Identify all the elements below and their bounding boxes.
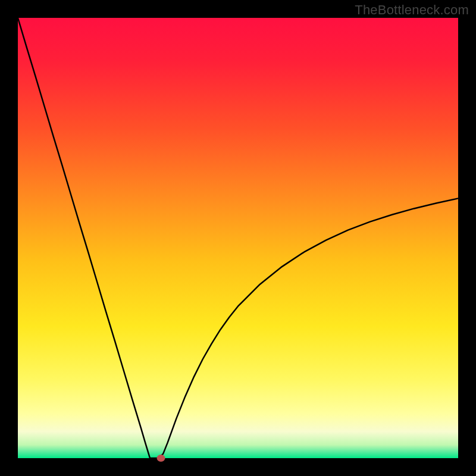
optimal-point-marker — [157, 455, 165, 462]
watermark-text: TheBottleneck.com — [355, 2, 469, 18]
bottleneck-chart: TheBottleneck.com — [0, 0, 476, 476]
chart-svg — [0, 0, 476, 476]
